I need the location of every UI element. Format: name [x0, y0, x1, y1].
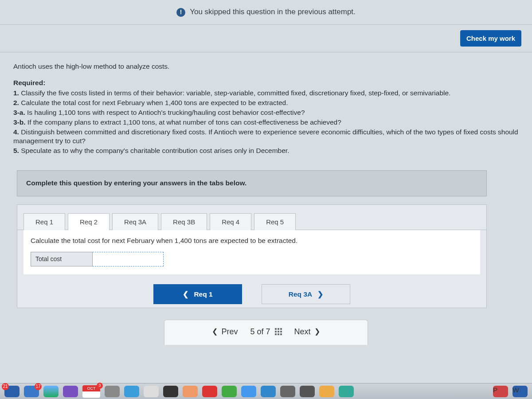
- dock-item[interactable]: P: [493, 386, 508, 397]
- dock-item[interactable]: [202, 386, 217, 397]
- chevron-left-icon: ❮: [183, 290, 188, 298]
- badge-icon: 21: [2, 383, 9, 390]
- check-my-work-button[interactable]: Check my work: [460, 30, 521, 47]
- dock-item[interactable]: 21: [4, 386, 20, 397]
- req-next-label: Req 3A: [289, 290, 312, 298]
- problem-intro: Antioch uses the high-low method to anal…: [13, 62, 519, 71]
- skipped-text: You skipped this question in the previou…: [190, 7, 356, 17]
- dock-item[interactable]: [43, 386, 59, 397]
- question-next-button[interactable]: Next ❯: [294, 326, 320, 337]
- req-next-button[interactable]: Req 3A ❯: [262, 284, 350, 304]
- question-prev-button[interactable]: ❮ Prev: [212, 326, 238, 337]
- dock-item[interactable]: [280, 386, 295, 397]
- badge-icon: 3: [97, 383, 103, 389]
- req-nav: ❮ Req 1 Req 3A ❯: [17, 284, 486, 306]
- toolbar: Check my work: [0, 25, 532, 52]
- question-counter: 5 of 7: [250, 326, 282, 337]
- dock-item[interactable]: [222, 386, 237, 397]
- req-prev-label: Req 1: [194, 290, 212, 298]
- dock-item[interactable]: [300, 386, 315, 397]
- required-list: 1. Classify the five costs listed in ter…: [13, 89, 519, 156]
- dock-item[interactable]: [261, 386, 276, 397]
- exclamation-icon: !: [176, 8, 185, 17]
- tab-req4[interactable]: Req 4: [210, 213, 251, 230]
- chevron-left-icon: ❮: [212, 327, 218, 336]
- total-cost-row: Total cost: [31, 252, 473, 266]
- macos-dock: 21 17 OCT 3 P W: [0, 383, 532, 399]
- req-prev-button[interactable]: ❮ Req 1: [153, 284, 242, 304]
- tab-panel: Calculate the total cost for next Februa…: [23, 230, 480, 274]
- dock-item[interactable]: [63, 386, 78, 397]
- answer-card: Req 1 Req 2 Req 3A Req 3B Req 4 Req 5 Ca…: [17, 204, 487, 308]
- instruction-box: Complete this question by entering your …: [17, 170, 487, 196]
- dock-item[interactable]: [105, 386, 120, 397]
- tab-req3b[interactable]: Req 3B: [161, 213, 207, 230]
- chevron-right-icon: ❯: [317, 290, 323, 298]
- dock-item[interactable]: [339, 386, 354, 397]
- tab-req1[interactable]: Req 1: [23, 213, 65, 230]
- problem-statement: Antioch uses the high-low method to anal…: [0, 52, 532, 162]
- dock-item[interactable]: 17: [24, 386, 39, 397]
- dock-item[interactable]: [124, 386, 139, 397]
- tab-bar: Req 1 Req 2 Req 3A Req 3B Req 4 Req 5: [17, 205, 486, 230]
- question-counter-text: 5 of 7: [250, 326, 270, 337]
- dock-item[interactable]: [183, 386, 198, 397]
- chevron-right-icon: ❯: [314, 327, 320, 336]
- dock-item[interactable]: [319, 386, 334, 397]
- dock-item[interactable]: [144, 386, 159, 397]
- dock-item[interactable]: [241, 386, 256, 397]
- tab-req2[interactable]: Req 2: [68, 213, 110, 230]
- question-nav: ❮ Prev 5 of 7 Next ❯: [164, 320, 368, 345]
- grid-icon[interactable]: [275, 328, 282, 335]
- dock-item[interactable]: [163, 386, 178, 397]
- question-prev-label: Prev: [221, 326, 238, 337]
- dock-item[interactable]: W: [512, 386, 528, 397]
- tab-req3a[interactable]: Req 3A: [112, 213, 158, 230]
- dock-calendar[interactable]: OCT 3: [82, 385, 100, 398]
- tab-prompt: Calculate the total cost for next Februa…: [31, 236, 473, 246]
- total-cost-label: Total cost: [31, 252, 93, 266]
- question-next-label: Next: [294, 326, 311, 337]
- required-label: Required:: [13, 78, 519, 88]
- total-cost-input[interactable]: [93, 252, 164, 266]
- tab-req5[interactable]: Req 5: [254, 213, 296, 230]
- badge-icon: 17: [35, 383, 42, 390]
- skipped-notice: ! You skipped this question in the previ…: [0, 0, 532, 25]
